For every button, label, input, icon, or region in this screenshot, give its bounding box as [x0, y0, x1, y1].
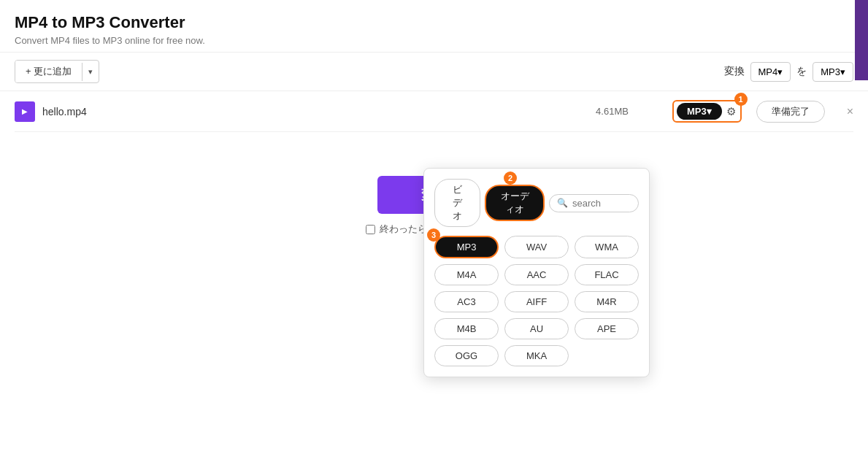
status-button[interactable]: 準備完了	[756, 101, 825, 123]
step3-badge: 3	[427, 228, 440, 242]
notify-checkbox[interactable]	[366, 225, 375, 234]
format-dropdown-panel: ビデオ オーディオ 2 🔍 3 MP3 WAV WMA M4A AAC FLAC…	[423, 168, 650, 377]
format-mp3[interactable]: MP3	[434, 236, 499, 258]
toolbar: + 更に追加 ▾ 変換 MP4▾ を MP3▾	[0, 53, 868, 91]
format-pill-group: 1 MP3▾ ⚙	[672, 100, 742, 123]
format-wma[interactable]: WMA	[575, 236, 639, 258]
format-aac[interactable]: AAC	[504, 264, 569, 285]
format-m4r[interactable]: M4R	[575, 291, 639, 312]
format-grid: 3 MP3 WAV WMA M4A AAC FLAC AC3 AIFF M4R …	[434, 236, 639, 366]
page-title: MP4 to MP3 Converter	[15, 13, 853, 32]
file-list: hello.mp4 4.61MB 1 MP3▾ ⚙ 準備完了 ×	[0, 91, 868, 132]
add-dropdown-button[interactable]: ▾	[82, 63, 99, 81]
search-icon: 🔍	[557, 198, 568, 208]
toolbar-right: 変換 MP4▾ を MP3▾	[724, 62, 853, 82]
from-format-selector[interactable]: MP4▾	[750, 62, 791, 82]
step1-badge: 1	[734, 93, 748, 106]
format-m4a[interactable]: M4A	[434, 264, 499, 285]
page-subtitle: Convert MP4 files to MP3 online for free…	[15, 35, 853, 46]
file-type-icon	[15, 101, 35, 122]
format-ac3[interactable]: AC3	[434, 291, 499, 312]
tab-video[interactable]: ビデオ	[434, 179, 480, 227]
accent-bar	[855, 0, 868, 80]
file-name: hello.mp4	[42, 106, 596, 118]
to-label-text: を	[796, 65, 807, 78]
file-size: 4.61MB	[596, 106, 629, 117]
search-box: 🔍	[549, 194, 639, 212]
settings-button[interactable]: ⚙	[725, 104, 737, 120]
format-tabs: ビデオ オーディオ 2 🔍	[434, 179, 639, 227]
convert-label-text: 変換	[724, 65, 745, 78]
format-aiff[interactable]: AIFF	[504, 291, 569, 312]
tab-audio[interactable]: オーディオ	[485, 185, 545, 221]
format-au[interactable]: AU	[504, 318, 569, 339]
format-ogg[interactable]: OGG	[434, 345, 499, 366]
file-format-button[interactable]: MP3▾	[677, 103, 722, 120]
header: MP4 to MP3 Converter Convert MP4 files t…	[0, 0, 868, 53]
file-row: hello.mp4 4.61MB 1 MP3▾ ⚙ 準備完了 ×	[15, 91, 853, 132]
step2-badge: 2	[504, 172, 517, 185]
search-input[interactable]	[572, 198, 631, 209]
add-file-button[interactable]: + 更に追加	[15, 61, 82, 82]
format-wav[interactable]: WAV	[504, 236, 569, 258]
to-format-selector[interactable]: MP3▾	[813, 62, 853, 82]
format-ape[interactable]: APE	[575, 318, 639, 339]
remove-file-button[interactable]: ×	[847, 105, 853, 118]
format-mka[interactable]: MKA	[504, 345, 569, 366]
add-button-group: + 更に追加 ▾	[15, 60, 99, 83]
format-flac[interactable]: FLAC	[575, 264, 639, 285]
format-m4b[interactable]: M4B	[434, 318, 499, 339]
